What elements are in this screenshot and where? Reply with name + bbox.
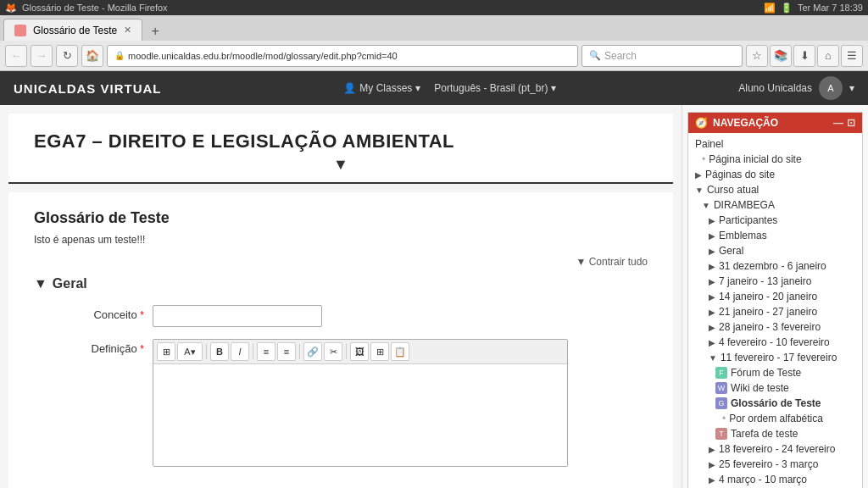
14jan-arrow: ▶ [709,292,715,302]
back-button[interactable]: ← [5,45,27,67]
toolbar-link-btn[interactable]: 🔗 [303,342,322,361]
nav-item-dirambega[interactable]: ▼ DIRAMBEGA [688,197,862,213]
arrow-down-icon: ▼ [576,256,586,268]
18fev-arrow: ▶ [709,445,715,454]
nav-item-wiki[interactable]: W Wiki de teste [688,380,862,396]
tarefa-icon: T [715,428,727,440]
dot-icon: • [702,153,705,165]
home-nav-button[interactable]: ⌂ [817,45,839,67]
language-label: Português - Brasil (pt_br) [434,82,548,94]
forward-button[interactable]: → [31,45,53,67]
user-arrow: ▾ [849,82,854,94]
toolbar-font-btn[interactable]: A▾ [177,342,203,361]
21jan-label: 21 janeiro - 27 janeiro [719,306,817,318]
block-minimize-btn[interactable]: — [833,117,843,129]
glossary-description: Isto é apenas um teste!!! [34,234,648,246]
11fev-arrow: ▼ [709,353,717,363]
7jan-arrow: ▶ [709,277,715,286]
tab-bar: Glossário de Teste ✕ + [0,15,868,41]
toolbar-ul-btn[interactable]: ≡ [257,342,275,361]
toolbar-paste-btn[interactable]: 📋 [391,342,409,361]
os-title: 🦊 Glossário de Teste - Mozilla Firefox [5,3,168,14]
reload-button[interactable]: ↻ [56,45,78,67]
nav-item-14jan[interactable]: ▶ 14 janeiro - 20 janeiro [688,289,862,304]
toolbar-table-btn[interactable]: ⊞ [370,342,389,361]
person-icon: 👤 [343,82,356,94]
sidebar: 🧭 NAVEGAÇÃO — ⊡ Painel • Página inicial … [682,105,868,488]
new-tab-button[interactable]: + [146,22,164,41]
course-arrow-icon: ▼ [34,156,648,174]
bookmark-list-button[interactable]: 📚 [770,45,792,67]
definicao-required: * [140,343,144,355]
nav-item-21jan[interactable]: ▶ 21 janeiro - 27 janeiro [688,304,862,319]
browser-search-box[interactable]: 🔍 Search [581,45,743,67]
nav-item-18fev[interactable]: ▶ 18 fevereiro - 24 fevereiro [688,441,862,457]
4mar-label: 4 março - 10 março [719,474,807,485]
wiki-icon: W [715,382,727,394]
nav-item-4fev[interactable]: ▶ 4 fevereiro - 10 fevereiro [688,335,862,350]
menu-button[interactable]: ☰ [841,45,863,67]
nav-icons: ☆ 📚 ⬇ ⌂ ☰ [746,45,863,67]
nav-item-7jan[interactable]: ▶ 7 janeiro - 13 janeiro [688,274,862,289]
nav-item-participantes[interactable]: ▶ Participantes [688,213,862,228]
toolbar-sep-4 [346,344,347,359]
os-bar: 🦊 Glossário de Teste - Mozilla Firefox 📶… [0,0,868,15]
nav-item-por-ordem[interactable]: • Por ordem alfabética [688,411,862,426]
search-icon: 🔍 [589,50,601,61]
avatar[interactable]: A [819,76,843,100]
bookmark-star-button[interactable]: ☆ [746,45,768,67]
nav-item-tarefa[interactable]: T Tarefa de teste [688,426,862,441]
emblemas-label: Emblemas [719,230,767,241]
home-button[interactable]: 🏠 [81,45,103,67]
tab-favicon [14,25,26,36]
toolbar-ol-btn[interactable]: ≡ [277,342,296,361]
block-dock-btn[interactable]: ⊡ [847,117,855,129]
dirambega-arrow: ▼ [702,201,710,210]
nav-item-forum[interactable]: F Fórum de Teste [688,365,862,380]
nav-item-4mar[interactable]: ▶ 4 março - 10 março [688,472,862,487]
nav-item-28jan[interactable]: ▶ 28 janeiro - 3 fevereiro [688,319,862,335]
tab-title: Glossário de Teste [33,25,117,36]
language-nav[interactable]: Português - Brasil (pt_br) ▾ [434,82,556,94]
address-text: moodle.unicaldas.edu.br/moodle/mod/gloss… [128,51,570,61]
nav-item-11fev[interactable]: ▼ 11 fevereiro - 17 fevereiro [688,350,862,365]
contrair-tudo-button[interactable]: ▼ Contrair tudo [34,256,648,268]
nav-item-emblemas[interactable]: ▶ Emblemas [688,228,862,243]
course-title: EGA7 – DIREITO E LEGISLAÇÃO AMBIENTAL [34,130,648,152]
nav-item-geral[interactable]: ▶ Geral [688,243,862,258]
curso-arrow: ▼ [695,186,704,195]
conceito-input[interactable] [153,305,322,327]
emblemas-arrow: ▶ [709,231,715,241]
moodle-header: UNICALDAS VIRTUAL 👤 My Classes ▾ Portugu… [0,71,868,105]
toolbar-image-btn[interactable]: 🖼 [350,342,369,361]
toolbar-italic-btn[interactable]: I [231,342,249,361]
nav-item-31dez[interactable]: ▶ 31 dezembro - 6 janeiro [688,258,862,274]
language-arrow: ▾ [551,82,556,94]
tab-close-button[interactable]: ✕ [124,25,131,36]
toolbar-bold-btn[interactable]: B [210,342,229,361]
nav-item-25fev[interactable]: ▶ 25 fevereiro - 3 março [688,457,862,472]
address-bar[interactable]: 🔒 moodle.unicaldas.edu.br/moodle/mod/glo… [107,45,578,67]
nav-item-paginas-do-site[interactable]: ▶ Páginas do site [688,167,862,182]
4fev-label: 4 fevereiro - 10 fevereiro [719,336,830,348]
my-classes-label: My Classes [359,82,412,94]
nav-item-pagina-inicial[interactable]: • Página inicial do site [688,152,862,167]
nav-item-curso-atual[interactable]: ▼ Curso atual [688,182,862,197]
editor-body[interactable] [153,364,567,466]
participantes-arrow: ▶ [709,216,715,225]
glossario-label: Glossário de Teste [731,397,821,409]
wiki-label: Wiki de teste [731,382,789,394]
toolbar-unlink-btn[interactable]: ✂ [324,342,342,361]
nav-item-glossario[interactable]: G Glossário de Teste [688,396,862,411]
toolbar-format-btn[interactable]: ⊞ [157,342,175,361]
nav-item-painel[interactable]: Painel [688,136,862,152]
my-classes-arrow: ▾ [415,82,420,94]
download-button[interactable]: ⬇ [793,45,815,67]
forum-label: Fórum de Teste [731,367,801,379]
content-area: EGA7 – DIREITO E LEGISLAÇÃO AMBIENTAL ▼ … [0,105,682,488]
my-classes-nav[interactable]: 👤 My Classes ▾ [343,82,420,94]
active-tab[interactable]: Glossário de Teste ✕ [3,19,142,41]
firefox-icon: 🦊 [5,3,17,14]
7jan-label: 7 janeiro - 13 janeiro [719,275,811,287]
navigation-block-header: 🧭 NAVEGAÇÃO — ⊡ [688,113,862,133]
